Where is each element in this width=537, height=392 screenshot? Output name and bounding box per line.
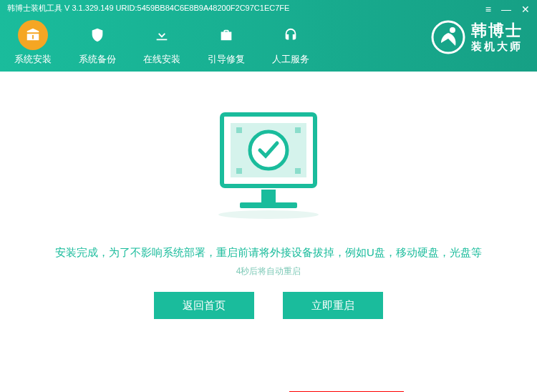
download-icon bbox=[147, 20, 177, 50]
svg-rect-10 bbox=[240, 202, 297, 208]
nav-system-install[interactable]: 系统安装 bbox=[14, 20, 52, 66]
app-window: 韩博士装机工具 V 3.1.329.149 URID:5459BB84C6E8B… bbox=[0, 0, 537, 392]
nav-online-install[interactable]: 在线安装 bbox=[143, 20, 180, 66]
svg-rect-6 bbox=[295, 127, 301, 133]
minimize-icon[interactable]: — bbox=[501, 4, 511, 14]
svg-point-11 bbox=[218, 210, 319, 219]
svg-rect-5 bbox=[236, 127, 242, 133]
success-monitor-icon bbox=[200, 107, 337, 222]
content-area: 安装完成，为了不影响系统部署，重启前请将外接设备拔掉，例如U盘，移动硬盘，光盘等… bbox=[0, 72, 537, 392]
brand: 韩博士 装机大师 bbox=[431, 20, 523, 54]
restart-button[interactable]: 立即重启 bbox=[283, 292, 383, 319]
box-icon bbox=[18, 20, 48, 50]
nav-boot-repair[interactable]: 引导修复 bbox=[208, 20, 245, 66]
svg-rect-7 bbox=[236, 168, 242, 174]
headset-icon bbox=[276, 20, 306, 50]
back-button[interactable]: 返回首页 bbox=[154, 292, 254, 319]
button-row: 返回首页 立即重启 bbox=[0, 292, 537, 319]
svg-rect-9 bbox=[261, 190, 276, 202]
brand-text: 韩博士 装机大师 bbox=[471, 21, 523, 53]
window-controls: ≡ — ✕ bbox=[485, 4, 530, 14]
brand-line1: 韩博士 bbox=[471, 21, 523, 40]
menu-icon[interactable]: ≡ bbox=[485, 4, 491, 14]
brand-logo-icon bbox=[431, 20, 465, 54]
countdown-text: 4秒后将自动重启 bbox=[0, 265, 537, 278]
close-icon[interactable]: ✕ bbox=[521, 4, 530, 14]
nav-label: 在线安装 bbox=[143, 53, 180, 66]
nav-manual-service[interactable]: 人工服务 bbox=[272, 20, 309, 66]
header: 韩博士装机工具 V 3.1.329.149 URID:5459BB84C6E8B… bbox=[0, 0, 537, 72]
nav-label: 引导修复 bbox=[208, 53, 245, 66]
briefcase-icon bbox=[211, 20, 241, 50]
nav-label: 人工服务 bbox=[272, 53, 309, 66]
nav-row: 系统安装 系统备份 在线安装 引导修复 人工服务 bbox=[14, 20, 309, 66]
window-title: 韩博士装机工具 V 3.1.329.149 URID:5459BB84C6E8B… bbox=[7, 3, 289, 14]
nav-system-backup[interactable]: 系统备份 bbox=[79, 20, 116, 66]
brand-line2: 装机大师 bbox=[471, 40, 523, 53]
complete-message: 安装完成，为了不影响系统部署，重启前请将外接设备拔掉，例如U盘，移动硬盘，光盘等 bbox=[0, 246, 537, 260]
shield-icon bbox=[82, 20, 112, 50]
nav-label: 系统安装 bbox=[14, 53, 52, 66]
svg-rect-8 bbox=[295, 168, 301, 174]
nav-label: 系统备份 bbox=[79, 53, 116, 66]
svg-point-1 bbox=[450, 27, 455, 33]
